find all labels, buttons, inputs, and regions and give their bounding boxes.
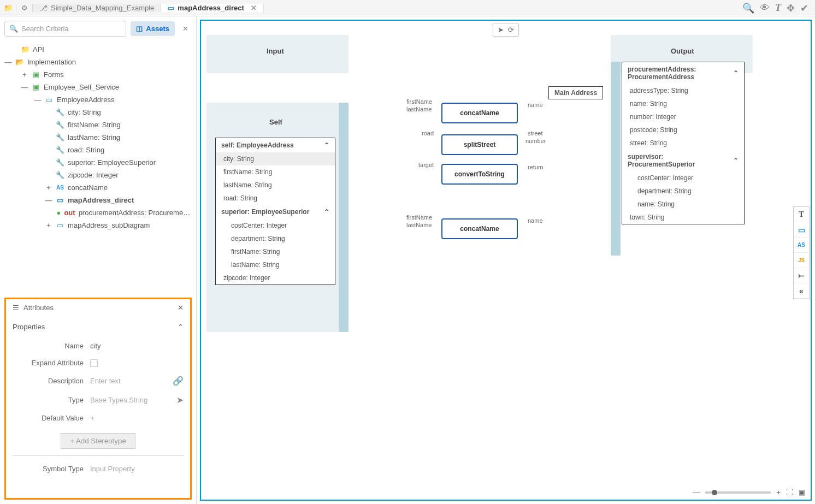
tree-item-out[interactable]: ● out procurementAddress: ProcurementAdd… — [0, 206, 196, 219]
node-item-town[interactable]: town: String — [622, 211, 744, 224]
tree-item-superior[interactable]: 🔧superior: EmployeeSuperior — [0, 156, 196, 169]
tree-item-lastname[interactable]: 🔧lastName: String — [0, 131, 196, 144]
close-icon[interactable]: ✕ — [178, 304, 184, 312]
node-item-out-department[interactable]: department: String — [622, 185, 744, 198]
node-item-road[interactable]: road: String — [216, 192, 335, 205]
prop-placeholder[interactable]: Enter text — [90, 377, 121, 385]
close-icon[interactable]: ✕ — [251, 4, 257, 12]
node-item-number[interactable]: number: Integer — [622, 110, 744, 123]
validate-icon[interactable]: ✔ — [800, 2, 808, 14]
tree-item-zipcode[interactable]: 🔧zipcode: Integer — [0, 169, 196, 181]
text-tool[interactable]: T — [794, 207, 809, 222]
collapse-icon[interactable]: — — [34, 96, 42, 104]
tree-item-api[interactable]: 📁API — [0, 43, 196, 56]
expand-icon[interactable]: + — [45, 221, 52, 229]
tree-item-mapaddress-direct[interactable]: —▭mapAddress_direct — [0, 194, 196, 206]
zoom-slider[interactable] — [705, 491, 771, 494]
checkbox[interactable] — [90, 359, 98, 367]
zoom-out-icon[interactable]: — — [693, 488, 700, 496]
collapse-icon[interactable]: — — [21, 83, 28, 91]
node-item-lastname[interactable]: lastName: String — [216, 179, 335, 192]
tree-item-firstname[interactable]: 🔧firstName: String — [0, 118, 196, 131]
mapping-canvas[interactable]: ➤ ⟳ Input Self Output self: EmployeeAddr… — [200, 20, 812, 501]
fn-concatname-2[interactable]: concatName — [441, 218, 518, 239]
script-tool[interactable]: AS — [794, 238, 809, 253]
chevron-up-icon[interactable]: ⌃ — [733, 157, 739, 164]
node-item-sup-firstname[interactable]: firstName: String — [216, 245, 335, 258]
output-node[interactable]: procurementAddress: ProcurementAddress⌃ … — [622, 62, 745, 224]
move-icon[interactable]: ✥ — [787, 2, 795, 14]
tree-item-road[interactable]: 🔧road: String — [0, 144, 196, 156]
node-item-firstname[interactable]: firstName: String — [216, 165, 335, 179]
asset-tree[interactable]: 📁API —📂Implementation +▣Forms —▣Employee… — [0, 41, 196, 293]
node-item-department[interactable]: department: String — [216, 232, 335, 245]
node-item-addresstype[interactable]: addressType: String — [622, 84, 744, 97]
fn-splitstreet[interactable]: splitStreet — [441, 134, 518, 155]
node-item-postcode[interactable]: postcode: String — [622, 123, 744, 137]
node-item-out-costcenter[interactable]: costCenter: Integer — [622, 171, 744, 185]
tree-item-city[interactable]: 🔧city: String — [0, 106, 196, 118]
zoom-in-icon[interactable]: + — [776, 488, 781, 496]
self-node[interactable]: self: EmployeeAddress⌃ city: String firs… — [215, 138, 335, 285]
node-item-city[interactable]: city: String — [216, 152, 335, 165]
panel-title: Attributes — [23, 304, 54, 312]
collapse-icon[interactable]: — — [45, 196, 52, 204]
fn-converttostring[interactable]: convertToString — [441, 164, 518, 185]
eye-icon[interactable]: 👁 — [760, 2, 770, 14]
node-header[interactable]: self: EmployeeAddress⌃ — [216, 138, 335, 152]
actual-size-icon[interactable]: ▣ — [799, 488, 805, 496]
node-item-costcenter[interactable]: costCenter: Integer — [216, 219, 335, 232]
canvas-toolbar: ➤ ⟳ — [493, 23, 519, 37]
node-item-out-name[interactable]: name: String — [622, 198, 744, 211]
chevron-up-icon[interactable]: ⌃ — [324, 208, 329, 216]
fit-icon[interactable]: ⛶ — [786, 488, 793, 496]
link-icon[interactable]: 🔗 — [173, 376, 184, 386]
tree-item-employeeaddress[interactable]: —▭EmployeeAddress — [0, 93, 196, 106]
text-icon[interactable]: T — [775, 2, 781, 14]
search-input[interactable]: 🔍 Search Criteria — [4, 21, 126, 37]
chevron-up-icon[interactable]: ⌃ — [733, 69, 739, 77]
collapse-icon[interactable]: — — [4, 58, 12, 66]
js-tool[interactable]: JS — [794, 253, 809, 268]
add-stereotype-button[interactable]: + Add Stereotype — [61, 433, 135, 449]
prop-label: Default Value — [13, 414, 84, 422]
expand-icon[interactable]: + — [45, 183, 52, 192]
gear-icon[interactable]: ⚙ — [16, 4, 33, 12]
tree-item-ess[interactable]: —▣Employee_Self_Service — [0, 81, 196, 93]
chevron-up-icon[interactable]: ⌃ — [324, 141, 329, 149]
node-supervisor-header[interactable]: supervisor: ProcurementSuperior⌃ — [622, 150, 744, 171]
prop-default: Default Value + — [13, 410, 184, 426]
node-item-sup-lastname[interactable]: lastName: String — [216, 258, 335, 271]
canvas-area[interactable]: ➤ ⟳ Input Self Output self: EmployeeAddr… — [197, 16, 815, 504]
node-item-zipcode[interactable]: zipcode: Integer — [216, 271, 335, 284]
add-icon[interactable]: + — [90, 414, 95, 422]
node-item-street[interactable]: street: String — [622, 137, 744, 150]
navigate-icon[interactable]: ➤ — [498, 26, 504, 34]
prop-value[interactable]: Base Types.String — [90, 396, 147, 404]
tree-item-implementation[interactable]: —📂Implementation — [0, 56, 196, 68]
fn-concatname-1[interactable]: concatName — [441, 103, 518, 123]
tab-simple-data-mapping[interactable]: ⎇ Simple_Data_Mapping_Example — [33, 4, 161, 12]
properties-section[interactable]: Properties ⌃ — [13, 316, 184, 337]
tree-item-forms[interactable]: +▣Forms — [0, 68, 196, 81]
connect-tool[interactable]: ⤚ — [794, 268, 809, 283]
collapse-tool[interactable]: « — [794, 283, 809, 299]
folder-icon[interactable]: 📁 — [0, 4, 16, 12]
tree-item-mapaddress-sub[interactable]: +▭mapAddress_subDiagram — [0, 219, 196, 232]
class-tool[interactable]: ▭ — [794, 222, 809, 238]
node-superior-header[interactable]: superior: EmployeeSuperior⌃ — [216, 205, 335, 219]
chevron-up-icon[interactable]: ⌃ — [178, 323, 184, 331]
tab-mapaddress-direct[interactable]: ▭ mapAddress_direct ✕ — [161, 4, 263, 12]
main-address-label[interactable]: Main Address — [548, 86, 603, 99]
node-item-name[interactable]: name: String — [622, 97, 744, 110]
close-icon[interactable]: ✕ — [179, 25, 192, 33]
search-icon[interactable]: 🔍 — [742, 2, 754, 14]
tree-item-concatname[interactable]: +ASconcatName — [0, 181, 196, 194]
assets-button[interactable]: ◫ Assets — [131, 21, 175, 36]
navigate-icon[interactable]: ➤ — [176, 395, 184, 405]
edge-label: number — [525, 138, 546, 144]
prop-value[interactable]: city — [90, 342, 101, 350]
expand-icon[interactable]: + — [21, 70, 28, 79]
node-header[interactable]: procurementAddress: ProcurementAddress⌃ — [622, 62, 744, 84]
refresh-icon[interactable]: ⟳ — [508, 26, 514, 34]
